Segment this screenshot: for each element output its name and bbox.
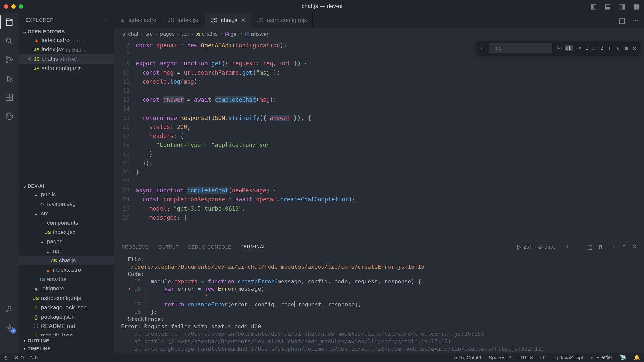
file-tree-item[interactable]: ▲index.astro [19,265,114,275]
whole-word-icon[interactable]: ab [565,45,573,51]
eol-status[interactable]: LF [540,355,546,360]
svg-point-10 [8,306,11,309]
remote-icon[interactable]: ⎘ [4,355,7,360]
layout-grid-icon[interactable]: ▦ [634,2,640,10]
encoding-status[interactable]: UTF-8 [518,355,533,360]
find-close-icon[interactable]: ✕ [633,45,636,52]
more-tabs-icon[interactable]: ⋯ [632,16,639,25]
search-icon[interactable] [4,36,15,46]
file-tree-item[interactable]: JSastro.config.mjs [19,293,114,303]
file-tree-item[interactable]: ⌄api [19,246,114,256]
svg-rect-7 [6,98,9,101]
open-editor-item[interactable]: ✕JSchat.jsai-chat/... [19,54,114,64]
line-gutter: 7891011121314151617181920212223242526 [114,40,136,240]
new-terminal-icon[interactable]: ＋ [565,243,571,251]
explorer-sidebar: EXPLORER ⋯ ⌄OPEN EDITORS ▲index.astroai-… [19,13,114,353]
file-tree-item[interactable]: ⌄src [19,209,114,218]
open-editor-item[interactable]: JSindex.jsxai-chat... [19,45,114,54]
title-bar: chat.js — dev-ai ◧ ⬓ ◨ ▦ [0,0,644,13]
terminal-output[interactable]: File: /Users/stephan/Documents/dev-ai/ai… [114,254,644,353]
kill-terminal-icon[interactable]: 🗑 [598,244,604,250]
editor-tab[interactable]: JSastro.config.mjs [251,13,313,28]
extensions-icon[interactable] [4,92,15,103]
maximize-panel-icon[interactable]: ⌃ [622,244,626,250]
file-tree-item[interactable]: TSenv.d.ts [19,275,114,284]
outline-section[interactable]: ›OUTLINE [19,336,114,345]
run-debug-icon[interactable] [4,73,15,84]
bell-icon[interactable]: 🔔 [634,354,640,360]
svg-rect-6 [10,94,13,97]
errors-count[interactable]: ⊘ 0 ⚠ 0 [14,354,38,360]
indent-status[interactable]: Spaces: 2 [489,355,511,360]
file-tree-item[interactable]: ◆.gitignore [19,284,114,293]
terminal-select[interactable]: ▷ zsh - ai-chat [514,243,559,251]
project-section[interactable]: ⌄DEV-AI [19,182,114,190]
file-tree-item[interactable]: {}package-lock.json [19,303,114,312]
layout-right-icon[interactable]: ◨ [619,2,626,10]
cursor-position[interactable]: Ln 15, Col 46 [451,355,481,360]
status-bar: ⎘ ⊘ 0 ⚠ 0 Ln 15, Col 46 Spaces: 2 UTF-8 … [0,353,644,362]
editor-tab[interactable]: JSchat.js✕ [205,13,251,28]
find-widget: › Aa ab .✱ 1 of 2 ↑ ↓ ≡ ✕ [476,41,640,55]
source-control-icon[interactable] [4,54,15,65]
more-terminal-icon[interactable]: ⋯ [610,244,616,250]
file-tree-item[interactable]: {}tsconfig.json [19,331,114,336]
svg-rect-8 [10,98,13,101]
window-title: chat.js — dev-ai [302,3,342,10]
close-panel-icon[interactable]: ✕ [632,244,637,250]
file-tree-item[interactable]: JSindex.jsx [19,228,114,237]
maximize-window[interactable] [19,4,23,9]
open-editor-item[interactable]: JSastro.config.mjs [19,64,114,73]
file-tree-item[interactable]: ⌄components [19,218,114,228]
svg-point-3 [11,59,12,60]
close-window[interactable] [4,4,8,9]
layout-bottom-icon[interactable]: ⬓ [605,2,611,10]
svg-point-0 [6,38,11,42]
find-count: 1 of 2 [585,45,603,51]
open-editor-item[interactable]: ▲index.astroai-c... [19,36,114,45]
edge-icon[interactable] [4,111,15,122]
terminal-dropdown-icon[interactable]: ⌄ [577,244,581,250]
find-expand-icon[interactable]: › [480,45,483,51]
svg-point-11 [8,327,11,329]
svg-point-2 [6,61,8,63]
panel-tabs: PROBLEMS OUTPUT DEBUG CONSOLE TERMINAL ▷… [114,240,644,254]
editor-tab[interactable]: JSindex.jsx [162,13,205,28]
split-editor-icon[interactable]: ◫ [619,16,625,25]
open-editors-section[interactable]: ⌄OPEN EDITORS [19,28,114,36]
more-icon[interactable]: ⋯ [105,17,110,23]
feedback-icon[interactable]: 📡 [620,354,626,360]
timeline-section[interactable]: ›TIMELINE [19,345,114,353]
output-tab[interactable]: OUTPUT [158,243,179,251]
find-prev-icon[interactable]: ↑ [608,45,611,52]
minimize-window[interactable] [11,4,16,9]
file-tree-item[interactable]: ⌄pages [19,237,114,246]
file-tree-item[interactable]: ⌄public [19,190,114,199]
svg-point-1 [6,57,8,58]
account-icon[interactable] [4,304,15,314]
code-editor[interactable]: const openai = new OpenAIApi(configurati… [136,40,644,240]
explorer-title: EXPLORER [26,17,54,23]
settings-badge: 1 [10,328,16,334]
problems-tab[interactable]: PROBLEMS [122,243,149,251]
explorer-icon[interactable] [4,17,15,28]
file-tree-item[interactable]: JSchat.js [19,256,114,265]
layout-left-icon[interactable]: ◧ [590,2,597,10]
match-case-icon[interactable]: Aa [556,45,562,51]
prettier-status[interactable]: ✓ Prettier [590,354,612,360]
regex-icon[interactable]: .✱ [576,45,582,51]
debug-console-tab[interactable]: DEBUG CONSOLE [188,243,231,251]
find-selection-icon[interactable]: ≡ [624,45,628,52]
editor-tab[interactable]: ▲index.astro [114,13,162,28]
editor-tabs: ▲index.astroJSindex.jsxJSchat.js✕JSastro… [114,13,644,28]
file-tree-item[interactable]: ⓘREADME.md [19,322,114,331]
settings-icon[interactable]: 1 [4,322,15,333]
file-tree-item[interactable]: ◇favicon.svg [19,199,114,209]
find-input[interactable] [489,43,552,53]
language-status[interactable]: { } JavaScript [553,355,583,360]
file-tree-item[interactable]: {}package.json [19,312,114,322]
terminal-tab[interactable]: TERMINAL [241,243,266,251]
split-terminal-icon[interactable]: ◫ [587,244,593,250]
breadcrumb[interactable]: ai-chat›src›pages›api›JS chat.js›⊞ get›⊡… [114,28,644,40]
find-next-icon[interactable]: ↓ [616,45,619,52]
